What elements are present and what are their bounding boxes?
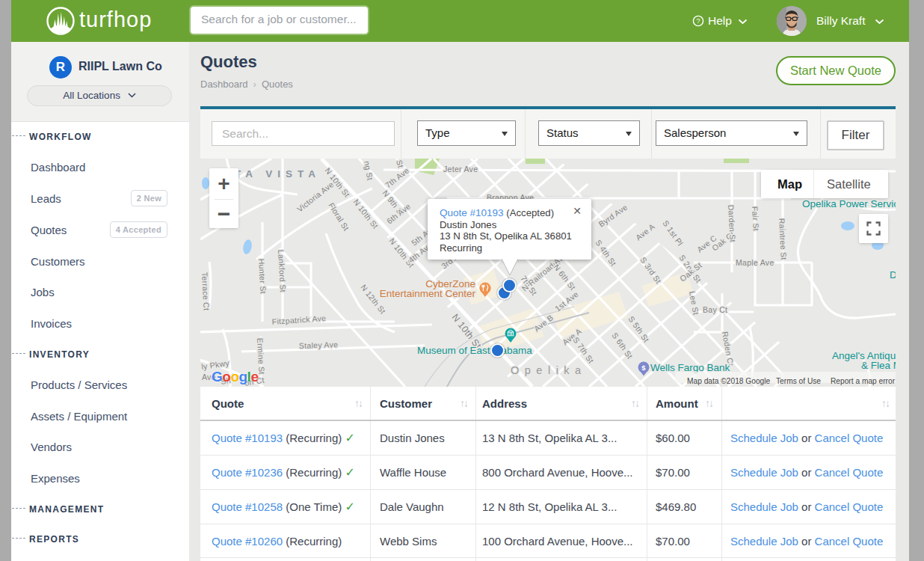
svg-text:Bay Ct: Bay Ct xyxy=(703,305,727,314)
svg-text:Staley Ave: Staley Ave xyxy=(299,340,339,350)
svg-text:TA VISTA: TA VISTA xyxy=(235,168,321,180)
svg-text:& Flea M: & Flea M xyxy=(861,360,896,371)
svg-text:Museum of East Alabama: Museum of East Alabama xyxy=(417,345,532,356)
svg-text:Fair St: Fair St xyxy=(751,206,761,231)
svg-text:$: $ xyxy=(641,364,646,372)
svg-text:Opelika Power Service: Opelika Power Service xyxy=(802,198,896,209)
svg-text:Hunter St: Hunter St xyxy=(257,258,268,294)
svg-text:?: ? xyxy=(696,16,700,25)
svg-text:Jeter Ave: Jeter Ave xyxy=(443,165,478,174)
svg-text:Maple Ave: Maple Ave xyxy=(736,258,774,267)
svg-text:Entertainment Center: Entertainment Center xyxy=(380,288,476,299)
svg-text:Opelika: Opelika xyxy=(511,364,587,376)
svg-text:Dr: Dr xyxy=(890,269,896,280)
